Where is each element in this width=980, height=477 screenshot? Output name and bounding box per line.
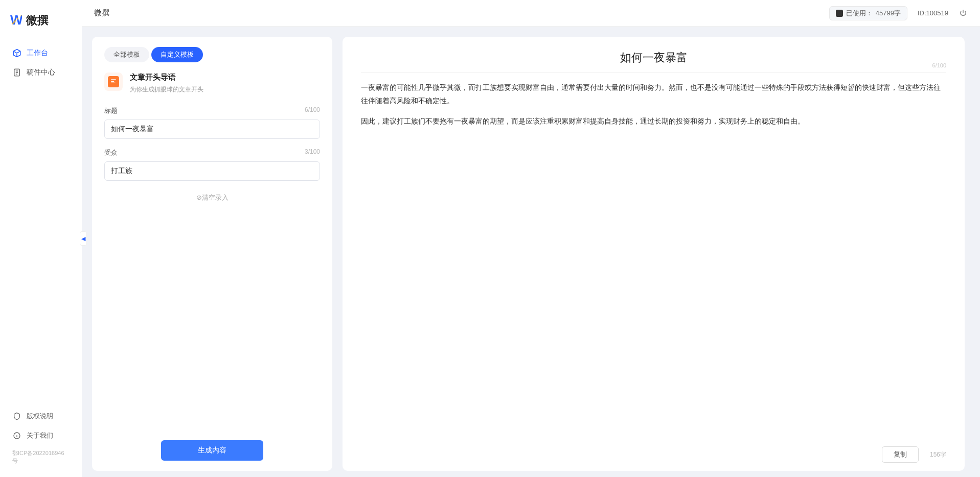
power-button[interactable] [959, 9, 968, 18]
chevron-left-icon: ◀ [81, 235, 85, 242]
sidebar-bottom: 版权说明 关于我们 鄂ICP备2022016946号 [0, 407, 82, 469]
text-icon [836, 10, 843, 17]
output-panel: 如何一夜暴富 6/100 一夜暴富的可能性几乎微乎其微，而打工族想要实现财富自由… [343, 37, 965, 471]
icp-text: 鄂ICP备2022016946号 [4, 445, 78, 469]
usage-prefix: 已使用： [846, 9, 873, 18]
title-input[interactable] [104, 120, 320, 139]
brand-name: 微撰 [26, 13, 49, 28]
output-divider [361, 73, 946, 73]
sidebar-item-drafts[interactable]: 稿件中心 [4, 63, 78, 82]
topbar-right: 已使用： 45799字 ID:100519 [829, 6, 968, 20]
template-icon [104, 73, 123, 91]
output-paragraph: 一夜暴富的可能性几乎微乎其微，而打工族想要实现财富自由，通常需要付出大量的时间和… [361, 81, 946, 108]
output-title-row: 如何一夜暴富 6/100 [361, 50, 946, 65]
generate-button[interactable]: 生成内容 [161, 440, 263, 461]
title-label: 标题 [104, 106, 118, 115]
template-name: 文章开头导语 [130, 73, 203, 82]
user-id: ID:100519 [918, 9, 948, 17]
nav-label: 版权说明 [27, 412, 53, 421]
title-counter: 6/100 [305, 106, 320, 115]
clear-input-button[interactable]: ⊘清空录入 [104, 193, 320, 202]
field-title: 标题 6/100 [104, 106, 320, 139]
logo-mark-icon: W [10, 12, 22, 28]
nav-label: 关于我们 [27, 431, 53, 440]
usage-badge[interactable]: 已使用： 45799字 [829, 6, 907, 20]
topbar: 微撰 已使用： 45799字 ID:100519 [82, 0, 980, 27]
info-icon [12, 431, 21, 440]
audience-counter: 3/100 [305, 148, 320, 157]
article-intro-icon [108, 76, 119, 87]
usage-value: 45799字 [876, 9, 901, 18]
template-meta: 文章开头导语 为你生成抓眼球的文章开头 [130, 73, 203, 94]
tab-custom-templates[interactable]: 自定义模板 [151, 47, 203, 62]
app-root: W 微撰 工作台 稿件中心 版权说 [0, 0, 980, 477]
sidebar-item-copyright[interactable]: 版权说明 [4, 407, 78, 426]
svg-rect-8 [111, 81, 114, 82]
template-header: 文章开头导语 为你生成抓眼球的文章开头 [104, 73, 320, 94]
output-title: 如何一夜暴富 [361, 50, 946, 65]
doc-icon [12, 68, 21, 77]
tab-all-templates[interactable]: 全部模板 [104, 47, 149, 62]
nav-label: 工作台 [27, 49, 48, 58]
output-paragraph: 因此，建议打工族们不要抱有一夜暴富的期望，而是应该注重积累财富和提高自身技能，通… [361, 115, 946, 128]
sidebar-item-workspace[interactable]: 工作台 [4, 43, 78, 63]
template-desc: 为你生成抓眼球的文章开头 [130, 85, 203, 94]
logo-area: W 微撰 [0, 12, 82, 43]
sidebar-item-about[interactable]: 关于我们 [4, 426, 78, 445]
content-area: 全部模板 自定义模板 文章开头导语 为你生成抓眼球的文章开头 [82, 27, 980, 477]
form-footer: 生成内容 [104, 432, 320, 461]
output-footer: 复制 156字 [361, 441, 946, 463]
shield-icon [12, 412, 21, 421]
sidebar-nav: 工作台 稿件中心 [0, 43, 82, 407]
page-title: 微撰 [94, 8, 109, 18]
svg-rect-7 [111, 79, 116, 80]
sidebar: W 微撰 工作台 稿件中心 版权说 [0, 0, 82, 477]
copy-button[interactable]: 复制 [882, 446, 919, 463]
sidebar-collapse-button[interactable]: ◀ [80, 231, 87, 246]
svg-rect-9 [111, 83, 115, 83]
field-audience: 受众 3/100 [104, 148, 320, 181]
audience-label: 受众 [104, 148, 118, 157]
nav-label: 稿件中心 [27, 68, 55, 77]
word-count: 156字 [930, 450, 946, 459]
output-title-counter: 6/100 [932, 62, 946, 68]
output-body[interactable]: 一夜暴富的可能性几乎微乎其微，而打工族想要实现财富自由，通常需要付出大量的时间和… [361, 81, 946, 437]
audience-input[interactable] [104, 161, 320, 181]
form-panel: 全部模板 自定义模板 文章开头导语 为你生成抓眼球的文章开头 [92, 37, 332, 471]
main: 微撰 已使用： 45799字 ID:100519 全部模板 自定义模板 [82, 0, 980, 477]
brand-logo[interactable]: W 微撰 [10, 12, 72, 28]
template-tabs: 全部模板 自定义模板 [104, 47, 320, 62]
cube-icon [12, 49, 21, 58]
